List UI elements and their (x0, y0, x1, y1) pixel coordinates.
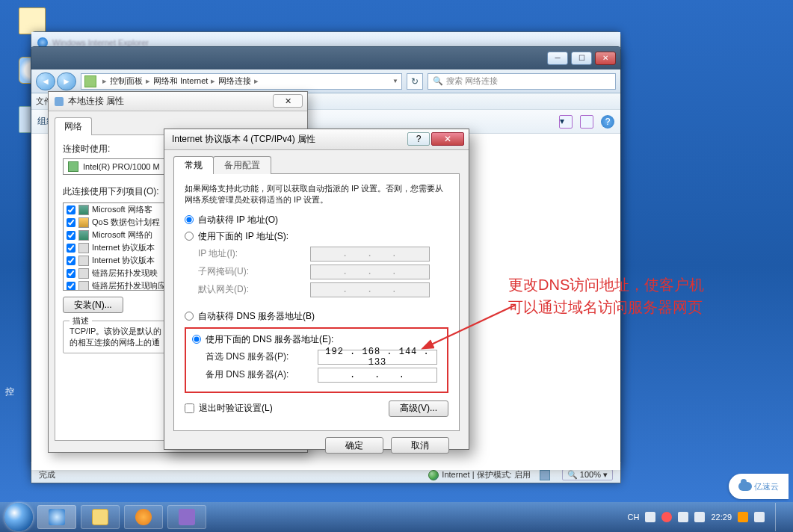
status-zone-text: Internet | 保护模式: 启用 (442, 470, 530, 479)
tcpip-close-button[interactable]: ✕ (431, 132, 464, 146)
lan-props-titlebar: 本地连接 属性 ✕ (49, 92, 307, 111)
ie-title-text: Windows Internet Explorer (52, 38, 149, 47)
radio-dns-auto-label: 自动获得 DNS 服务器地址(B) (198, 310, 315, 323)
validate-label: 退出时验证设置(L) (199, 402, 273, 415)
forward-button[interactable]: ► (57, 72, 76, 90)
validate-checkbox[interactable] (185, 403, 194, 413)
item-icon (78, 268, 89, 279)
bc-control-panel[interactable]: 控制面板 (110, 75, 143, 87)
item-chk-5[interactable] (67, 269, 75, 278)
ok-button[interactable]: 确定 (325, 437, 383, 454)
pin-icon (55, 97, 64, 106)
explorer-titlebar: ─ ☐ ✕ (31, 47, 620, 69)
radio-dns-manual-input[interactable] (192, 335, 201, 344)
radio-ip-auto[interactable]: 自动获得 IP 地址(O) (185, 214, 448, 226)
taskbar-clock[interactable]: 22:29 (711, 513, 732, 522)
bc-network-internet[interactable]: 网络和 Internet (153, 75, 208, 87)
item-label: 链路层拓扑发现映 (92, 267, 158, 279)
radio-dns-manual-label: 使用下面的 DNS 服务器地址(E): (206, 333, 333, 346)
help-icon[interactable]: ? (601, 115, 614, 129)
item-icon (78, 281, 89, 291)
view-options-icon[interactable]: ▾ (559, 115, 573, 129)
tcpip-titlebar: Internet 协议版本 4 (TCP/IPv4) 属性 ? ✕ (164, 129, 469, 150)
app-taskbar-icon (179, 509, 195, 525)
zone-globe-icon (428, 470, 439, 480)
item-chk-6[interactable] (67, 282, 75, 291)
ip-address-input: . . . (310, 247, 430, 262)
task-app[interactable] (167, 505, 206, 529)
install-button[interactable]: 安装(N)... (63, 297, 123, 313)
ime-indicator[interactable]: CH (628, 513, 640, 522)
ie-taskbar-icon (49, 509, 65, 525)
task-ie[interactable] (37, 505, 76, 529)
item-chk-3[interactable] (67, 244, 75, 253)
dns-pref-label: 首选 DNS 服务器(P): (206, 350, 318, 363)
radio-ip-manual-input[interactable] (185, 232, 194, 241)
radio-ip-auto-label: 自动获得 IP 地址(O) (198, 214, 278, 226)
dns-pref-input[interactable]: 192 . 168 . 144 . 133 (318, 350, 437, 365)
subnet-label: 子网掩码(U): (198, 265, 310, 278)
radio-dns-manual[interactable]: 使用下面的 DNS 服务器地址(E): (192, 333, 441, 346)
tab-network[interactable]: 网络 (55, 117, 92, 135)
advanced-button[interactable]: 高级(V)... (389, 400, 448, 417)
radio-ip-manual[interactable]: 使用下面的 IP 地址(S): (185, 230, 448, 243)
tray-network-icon[interactable] (678, 512, 688, 522)
bc-network-connections[interactable]: 网络连接 (218, 75, 251, 87)
radio-dns-auto-input[interactable] (185, 312, 194, 321)
tray-volume-icon[interactable] (694, 512, 705, 522)
dns-manual-group: 使用下面的 DNS 服务器地址(E): 首选 DNS 服务器(P): 192 .… (185, 327, 448, 393)
adapter-icon (68, 161, 78, 172)
item-chk-0[interactable] (67, 205, 75, 214)
search-placeholder: 搜索 网络连接 (446, 75, 498, 87)
show-desktop-button[interactable] (775, 503, 784, 531)
tcpip-properties-dialog: Internet 协议版本 4 (TCP/IPv4) 属性 ? ✕ 常规 备用配… (164, 129, 469, 450)
cancel-button[interactable]: 取消 (391, 437, 449, 454)
tray-icon-2[interactable] (661, 512, 672, 522)
item-label: QoS 数据包计划程 (92, 217, 160, 228)
subnet-input: . . . (310, 265, 430, 279)
item-label: Internet 协议版本 (92, 255, 155, 266)
breadcrumb[interactable]: ▸ 控制面板▸ 网络和 Internet▸ 网络连接▸ ▼ (81, 73, 402, 90)
item-label: Microsoft 网络的 (92, 229, 152, 241)
watermark: 亿速云 (729, 474, 789, 499)
lan-props-close[interactable]: ✕ (273, 94, 303, 108)
lan-props-title: 本地连接 属性 (68, 95, 124, 108)
zoom-indicator[interactable]: 🔍 100% ▾ (562, 469, 613, 480)
radio-ip-auto-input[interactable] (185, 215, 194, 224)
back-button[interactable]: ◄ (36, 72, 55, 90)
tray-icon-3[interactable] (738, 512, 748, 522)
task-explorer[interactable] (81, 505, 120, 529)
search-icon: 🔍 (433, 76, 443, 86)
explorer-nav: ◄ ► ▸ 控制面板▸ 网络和 Internet▸ 网络连接▸ ▼ ↻ 🔍 搜索… (31, 69, 620, 93)
radio-dns-auto[interactable]: 自动获得 DNS 服务器地址(B) (185, 310, 448, 323)
dns-alt-input[interactable]: . . . (318, 368, 437, 383)
taskbar: CH 22:29 (0, 502, 793, 532)
gateway-input: . . . (310, 282, 430, 297)
item-label: Internet 协议版本 (92, 242, 155, 253)
item-icon (78, 205, 89, 215)
tcpip-help-button[interactable]: ? (407, 132, 430, 146)
breadcrumb-dropdown-icon[interactable]: ▼ (392, 78, 398, 84)
maximize-button[interactable]: ☐ (571, 52, 592, 65)
item-chk-2[interactable] (67, 231, 75, 240)
start-button[interactable] (4, 503, 33, 531)
close-button[interactable]: ✕ (595, 52, 616, 65)
wmp-taskbar-icon (135, 509, 152, 525)
tcpip-title: Internet 协议版本 4 (TCP/IPv4) 属性 (172, 133, 315, 146)
system-tray: CH 22:29 (628, 503, 789, 531)
tab-general[interactable]: 常规 (173, 156, 214, 174)
refresh-button[interactable]: ↻ (407, 73, 423, 90)
item-chk-4[interactable] (67, 256, 75, 265)
item-label: Microsoft 网络客 (92, 204, 152, 215)
tray-icon-4[interactable] (754, 512, 765, 522)
item-icon (78, 243, 89, 253)
gateway-label: 默认网关(D): (198, 283, 310, 296)
minimize-button[interactable]: ─ (547, 52, 568, 65)
tab-alternate[interactable]: 备用配置 (213, 156, 271, 174)
annotation-text: 更改DNS访问地址，使客户机 可以通过域名访问服务器网页 (508, 273, 704, 318)
task-wmp[interactable] (124, 505, 163, 529)
preview-pane-icon[interactable] (580, 115, 593, 129)
item-chk-1[interactable] (67, 218, 75, 227)
tray-icon-1[interactable] (645, 512, 655, 522)
search-box[interactable]: 🔍 搜索 网络连接 (428, 73, 616, 90)
